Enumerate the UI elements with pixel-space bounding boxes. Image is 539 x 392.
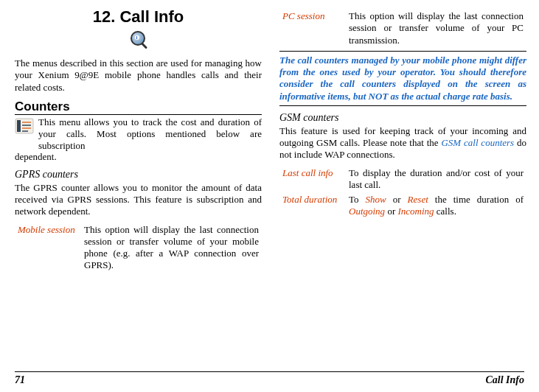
td-pre: To <box>349 194 366 205</box>
td-mid1: or <box>386 194 408 205</box>
footer-title: Call Info <box>485 374 524 386</box>
right-column: PC session This option will display the … <box>279 7 526 275</box>
chapter-title: 12. Call Info <box>15 7 262 27</box>
chapter-icon-container <box>15 29 262 52</box>
row-mobile-session: Mobile session This option will display … <box>15 224 262 272</box>
intro-paragraph: The menus described in this section are … <box>15 57 262 94</box>
last-call-label: Last call info <box>282 167 341 192</box>
total-duration-label: Total duration <box>282 194 341 218</box>
td-post: calls. <box>434 206 456 217</box>
pc-session-label: PC session <box>282 10 341 46</box>
left-column: 12. Call Info The menus described in thi… <box>15 7 262 275</box>
counters-intro-text1: This menu allows you to track the cost a… <box>38 116 262 153</box>
total-duration-text: To Show or Reset the time duration of Ou… <box>349 194 524 218</box>
reset-link: Reset <box>408 194 428 205</box>
gsm-subheading: GSM counters <box>279 112 526 124</box>
mobile-session-text: This option will display the last connec… <box>84 224 259 272</box>
magnifier-info-icon <box>129 29 148 49</box>
last-call-text: To display the duration and/or cost of y… <box>349 167 524 192</box>
mobile-session-label: Mobile session <box>18 224 77 272</box>
outgoing-link: Outgoing <box>349 206 385 217</box>
counters-thumb-icon <box>15 116 34 134</box>
td-mid3: or <box>385 206 397 217</box>
svg-rect-1 <box>17 120 21 132</box>
counters-intro: This menu allows you to track the cost a… <box>15 116 262 153</box>
row-total-duration: Total duration To Show or Reset the time… <box>279 194 526 218</box>
callout-box: The call counters managed by your mobile… <box>279 51 526 106</box>
row-pc-session: PC session This option will display the … <box>279 10 526 46</box>
page-footer: 71 Call Info <box>15 371 524 386</box>
gsm-call-counters-link: GSM call counters <box>441 137 514 148</box>
gprs-subheading: GPRS counters <box>15 169 262 181</box>
td-mid2: the time duration of <box>428 194 524 205</box>
show-link: Show <box>366 194 386 205</box>
gsm-paragraph: This feature is used for keeping track o… <box>279 125 526 161</box>
pc-session-text: This option will display the last connec… <box>349 10 524 46</box>
counters-heading: Counters <box>15 99 262 115</box>
row-last-call: Last call info To display the duration a… <box>279 167 526 192</box>
page-number: 71 <box>15 374 25 386</box>
gprs-paragraph: The GPRS counter allows you to monitor t… <box>15 182 262 218</box>
counters-intro-text2: dependent. <box>15 151 262 163</box>
incoming-link: Incoming <box>397 206 434 217</box>
